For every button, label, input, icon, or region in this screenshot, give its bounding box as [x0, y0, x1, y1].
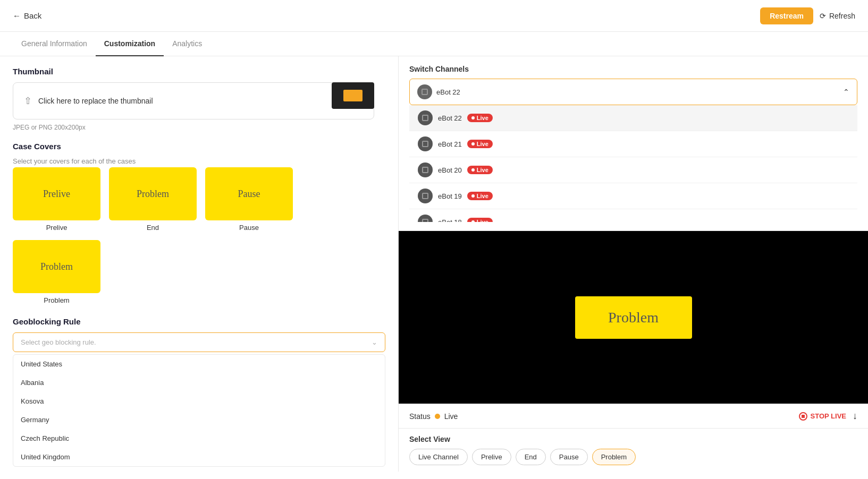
cover-label-end: End — [147, 224, 159, 232]
icon-inner — [422, 115, 428, 121]
cover-card-problem[interactable]: Problem — [13, 240, 100, 293]
geo-option-uk[interactable]: United Kingdom — [13, 448, 385, 466]
thumbnail-title: Thumbnail — [13, 67, 385, 76]
live-badge-ebot20: Live — [467, 166, 493, 174]
geoblocking-placeholder: Select geo blocking rule. — [21, 338, 96, 346]
view-btn-end[interactable]: End — [516, 449, 546, 465]
channel-item-ebot22[interactable]: eBot 22 Live — [409, 105, 857, 131]
live-badge-ebot18: Live — [467, 218, 493, 222]
select-view-title: Select View — [409, 435, 857, 443]
tab-analytics[interactable]: Analytics — [164, 32, 210, 56]
channel-name-ebot19: eBot 19 — [438, 192, 462, 200]
status-left: Status Live — [409, 412, 458, 421]
channel-item-ebot21[interactable]: eBot 21 Live — [409, 131, 857, 157]
switch-channels-title: Switch Channels — [409, 65, 857, 73]
back-button[interactable]: ← Back — [13, 11, 41, 20]
cover-text-end: Problem — [137, 189, 169, 200]
view-btn-live-channel[interactable]: Live Channel — [409, 449, 468, 465]
main-layout: Thumbnail ⇧ Click here to replace the th… — [0, 56, 868, 472]
channel-name-ebot22: eBot 22 — [438, 114, 462, 122]
channel-icon-ebot21 — [418, 136, 433, 151]
restream-button[interactable]: Restream — [760, 7, 813, 24]
thumbnail-hint: JPEG or PNG 200x200px — [13, 124, 385, 131]
tabs-bar: General Information Customization Analyt… — [0, 32, 868, 56]
covers-grid: Prelive Prelive Problem End Pause Pause — [13, 167, 385, 304]
channel-name-ebot20: eBot 20 — [438, 166, 462, 174]
view-btn-pause[interactable]: Pause — [550, 449, 588, 465]
upload-icon: ⇧ — [24, 95, 32, 107]
top-bar: ← Back Restream ⟳ Refresh — [0, 0, 868, 32]
channel-icon-ebot19 — [418, 189, 433, 203]
channel-dropdown: eBot 22 Live eBot 21 Live — [409, 105, 857, 222]
geo-option-us[interactable]: United States — [13, 355, 385, 373]
download-arrow-icon[interactable]: ↓ — [853, 410, 857, 422]
geo-option-czech[interactable]: Czech Republic — [13, 429, 385, 448]
stop-live-label: STOP LIVE — [811, 412, 846, 420]
selected-channel-icon — [417, 84, 432, 99]
stop-icon — [799, 412, 807, 421]
status-live-dot — [435, 414, 440, 419]
icon-inner — [422, 219, 428, 222]
selected-channel-name: eBot 22 — [436, 88, 460, 96]
channel-item-ebot18[interactable]: eBot 18 Live — [409, 209, 857, 222]
cover-problem: Problem Problem — [13, 240, 100, 304]
stop-square — [802, 415, 805, 418]
live-dot — [471, 142, 475, 146]
refresh-label: Refresh — [829, 12, 855, 20]
view-btn-prelive[interactable]: Prelive — [472, 449, 511, 465]
live-dot — [471, 116, 475, 119]
cover-pause: Pause Pause — [205, 167, 293, 232]
back-arrow-icon: ← — [13, 11, 21, 20]
geoblocking-title: Geoblocking Rule — [13, 317, 385, 326]
refresh-button[interactable]: ⟳ Refresh — [820, 12, 855, 20]
channel-select-value: eBot 22 — [417, 84, 460, 99]
cover-card-prelive[interactable]: Prelive — [13, 167, 100, 220]
channel-icon-ebot20 — [418, 162, 433, 177]
cover-card-end[interactable]: Problem — [109, 167, 197, 220]
cover-label-pause: Pause — [239, 224, 259, 232]
channel-icon-ebot18 — [418, 215, 433, 222]
geo-option-albania[interactable]: Albania — [13, 373, 385, 392]
back-label: Back — [24, 11, 41, 20]
problem-preview-text: Problem — [608, 309, 659, 326]
refresh-icon: ⟳ — [820, 12, 826, 20]
status-label: Status — [409, 412, 431, 421]
live-badge-ebot21: Live — [467, 140, 493, 148]
channel-item-ebot19[interactable]: eBot 19 Live — [409, 183, 857, 209]
geoblocking-section: Geoblocking Rule Select geo blocking rul… — [13, 317, 385, 467]
channel-item-ebot20[interactable]: eBot 20 Live — [409, 157, 857, 183]
select-view: Select View Live Channel Prelive End Pau… — [399, 428, 868, 472]
video-preview: Problem — [399, 231, 868, 404]
geo-option-kosova[interactable]: Kosova — [13, 392, 385, 410]
cover-end: Problem End — [109, 167, 197, 232]
status-bar: Status Live STOP LIVE ↓ — [399, 404, 868, 428]
geoblocking-select[interactable]: Select geo blocking rule. ⌄ — [13, 332, 385, 352]
channel-select[interactable]: eBot 22 ⌃ — [409, 79, 857, 105]
chevron-up-icon: ⌃ — [843, 88, 849, 96]
thumbnail-preview — [332, 82, 374, 109]
thumbnail-wrapper: ⇧ Click here to replace the thumbnail — [13, 82, 374, 124]
case-covers-subtitle: Select your covers for each of the cases — [13, 157, 385, 165]
tab-customization[interactable]: Customization — [96, 32, 164, 56]
cover-prelive: Prelive Prelive — [13, 167, 100, 232]
case-covers-title: Case Covers — [13, 142, 385, 151]
icon-inner — [422, 193, 428, 199]
case-covers-section: Case Covers Select your covers for each … — [13, 142, 385, 304]
geoblocking-dropdown: United States Albania Kosova Germany Cze… — [13, 354, 385, 467]
stop-live-button[interactable]: STOP LIVE — [799, 412, 846, 421]
cover-label-problem: Problem — [44, 296, 69, 304]
live-dot — [471, 168, 475, 172]
view-btn-problem[interactable]: Problem — [592, 449, 636, 465]
tab-general-information[interactable]: General Information — [13, 32, 96, 56]
chevron-up-icon: ⌄ — [372, 338, 377, 346]
thumbnail-upload-area[interactable]: ⇧ Click here to replace the thumbnail — [13, 82, 374, 119]
cover-text-prelive: Prelive — [43, 189, 70, 200]
live-dot — [471, 194, 475, 198]
icon-inner — [422, 167, 428, 173]
cover-label-prelive: Prelive — [46, 224, 68, 232]
right-panel: Switch Channels eBot 22 ⌃ eBot 22 — [399, 56, 868, 472]
geo-option-germany[interactable]: Germany — [13, 410, 385, 429]
cover-card-pause[interactable]: Pause — [205, 167, 293, 220]
thumbnail-preview-inner — [343, 90, 363, 101]
icon-inner — [422, 141, 428, 147]
